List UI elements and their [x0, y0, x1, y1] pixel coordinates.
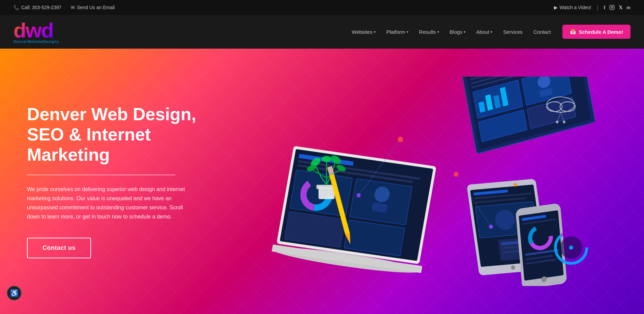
svg-point-61: [514, 183, 517, 186]
hero-right: [236, 77, 617, 286]
nav-item-results[interactable]: Results ▾: [414, 26, 444, 37]
email-link[interactable]: ✉ Send Us an Email: [71, 5, 115, 10]
phone-link[interactable]: 📞 Call: 303-529-2397: [13, 5, 61, 10]
logo-text: dwd: [13, 20, 53, 41]
top-bar-right: ▶ Watch a Video! | f 𝕏 in: [554, 4, 631, 11]
calendar-icon: 📅: [570, 29, 576, 35]
svg-point-81: [556, 121, 558, 123]
hero-divider: [27, 175, 175, 175]
nav-item-platform[interactable]: Platform ▾: [382, 26, 413, 37]
logo[interactable]: dwd DenverWebsiteDesigns: [13, 20, 59, 44]
nav-label-blogs: Blogs: [450, 29, 463, 35]
hero-section: Denver Web Design, SEO & Internet Market…: [0, 49, 644, 314]
nav-item-services[interactable]: Services: [498, 26, 527, 37]
hero-left: Denver Web Design, SEO & Internet Market…: [27, 104, 223, 258]
instagram-icon[interactable]: [609, 5, 615, 10]
linkedin-icon[interactable]: in: [626, 5, 631, 10]
nav-label-websites: Websites: [352, 29, 372, 35]
nav-item-blogs[interactable]: Blogs ▾: [445, 26, 470, 37]
svg-point-86: [569, 245, 573, 250]
svg-point-82: [563, 121, 565, 123]
nav-item-websites[interactable]: Websites ▾: [347, 26, 380, 37]
watch-video-label: Watch a Video!: [560, 5, 591, 10]
svg-point-59: [454, 172, 459, 177]
phone-icon: 📞: [13, 5, 19, 10]
accessibility-icon: ♿: [10, 289, 19, 297]
top-bar-left: 📞 Call: 303-529-2397 ✉ Send Us an Email: [13, 5, 115, 10]
nav-label-platform: Platform: [386, 29, 405, 35]
nav-label-contact: Contact: [533, 29, 551, 35]
social-icons: f 𝕏 in: [604, 5, 631, 10]
nav-links: Websites ▾ Platform ▾ Results ▾ Blogs ▾ …: [347, 25, 631, 39]
watch-video-link[interactable]: ▶ Watch a Video!: [554, 5, 591, 10]
hero-title: Denver Web Design, SEO & Internet Market…: [27, 104, 223, 165]
svg-point-58: [356, 193, 360, 197]
play-icon: ▶: [554, 5, 558, 10]
chevron-down-icon: ▾: [407, 30, 408, 34]
facebook-icon[interactable]: f: [604, 5, 605, 10]
email-label: Send Us an Email: [77, 5, 115, 10]
nav-label-services: Services: [503, 29, 523, 35]
schedule-demo-button[interactable]: 📅 Schedule A Demo!: [562, 25, 631, 39]
logo-sub: DenverWebsiteDesigns: [13, 40, 59, 44]
chevron-down-icon: ▾: [437, 30, 439, 34]
chevron-down-icon: ▾: [491, 30, 492, 34]
accessibility-button[interactable]: ♿: [7, 286, 22, 300]
hero-content: Denver Web Design, SEO & Internet Market…: [0, 56, 644, 306]
schedule-btn-label: Schedule A Demo!: [579, 29, 623, 35]
svg-rect-0: [610, 5, 614, 9]
navbar: dwd DenverWebsiteDesigns Websites ▾ Plat…: [0, 15, 644, 49]
nav-label-results: Results: [419, 29, 436, 35]
nav-item-about[interactable]: About ▾: [471, 26, 497, 37]
twitter-icon[interactable]: 𝕏: [619, 5, 622, 10]
svg-point-2: [613, 6, 614, 6]
nav-item-contact[interactable]: Contact: [529, 26, 556, 37]
svg-point-69: [322, 156, 331, 162]
top-bar: 📞 Call: 303-529-2397 ✉ Send Us an Email …: [0, 0, 644, 15]
svg-point-60: [489, 225, 493, 229]
contact-us-button[interactable]: Contact us: [27, 238, 91, 258]
chevron-down-icon: ▾: [374, 30, 376, 34]
chevron-down-icon: ▾: [464, 30, 465, 34]
hero-illustration: [258, 77, 595, 286]
nav-label-about: About: [476, 29, 489, 35]
svg-point-1: [611, 6, 613, 8]
email-icon: ✉: [71, 5, 75, 10]
hero-description: We pride ourselves on delivering superio…: [27, 185, 196, 221]
divider: |: [597, 4, 598, 11]
phone-label: Call: 303-529-2397: [21, 5, 61, 10]
